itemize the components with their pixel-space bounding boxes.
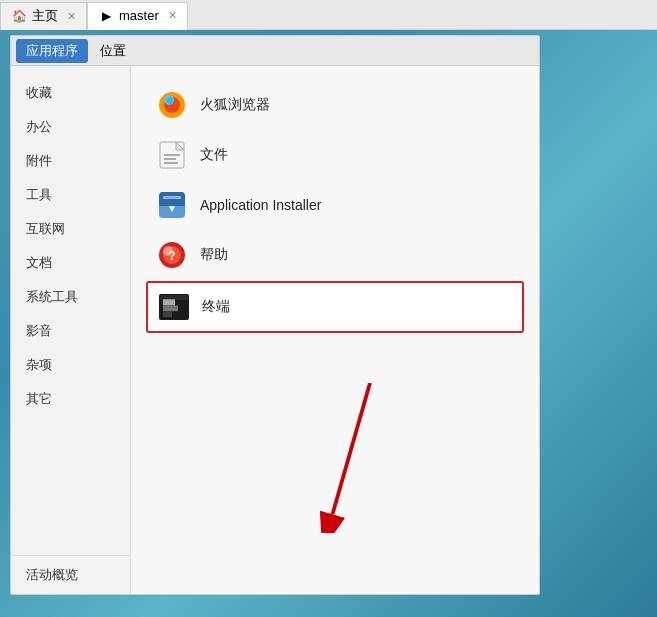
sidebar-item-favorites[interactable]: 收藏 bbox=[11, 76, 130, 110]
app-item-installer[interactable]: ▼ Application Installer bbox=[146, 181, 524, 229]
svg-point-3 bbox=[167, 98, 173, 104]
tab-master-close[interactable]: ✕ bbox=[168, 9, 177, 22]
sidebar-item-other[interactable]: 其它 bbox=[11, 382, 130, 416]
sidebar-item-system[interactable]: 系统工具 bbox=[11, 280, 130, 314]
svg-rect-13 bbox=[163, 196, 181, 199]
sidebar-item-misc[interactable]: 杂项 bbox=[11, 348, 130, 382]
app-label-firefox: 火狐浏览器 bbox=[200, 96, 270, 114]
desktop: 🏠 主页 ✕ ▶ master ✕ 应用程序 位置 收藏 bbox=[0, 0, 657, 617]
svg-text:?: ? bbox=[168, 249, 175, 263]
installer-icon: ▼ bbox=[156, 189, 188, 221]
tab-home[interactable]: 🏠 主页 ✕ bbox=[0, 2, 87, 30]
help-icon: ? bbox=[156, 239, 188, 271]
app-item-help[interactable]: ? 帮助 bbox=[146, 231, 524, 279]
firefox-icon bbox=[156, 89, 188, 121]
svg-text:▼: ▼ bbox=[167, 203, 177, 214]
sidebar-item-internet[interactable]: 互联网 bbox=[11, 212, 130, 246]
tab-home-label: 主页 bbox=[32, 7, 58, 25]
file-manager-icon bbox=[156, 139, 188, 171]
app-label-terminal: 终端 bbox=[202, 298, 230, 316]
app-label-files: 文件 bbox=[200, 146, 228, 164]
svg-text:▒▒▒: ▒▒▒ bbox=[163, 311, 173, 318]
terminal-icon: ████ ▓▓▓▓▓ ▒▒▒ bbox=[158, 291, 190, 323]
sidebar-item-accessories[interactable]: 附件 bbox=[11, 144, 130, 178]
sidebar: 收藏 办公 附件 工具 互联网 文档 系统工具 bbox=[11, 66, 131, 594]
sidebar-item-tools[interactable]: 工具 bbox=[11, 178, 130, 212]
menu-bar-location-label: 位置 bbox=[100, 43, 126, 58]
sidebar-item-video[interactable]: 影音 bbox=[11, 314, 130, 348]
content-area: 收藏 办公 附件 工具 互联网 文档 系统工具 bbox=[11, 66, 539, 594]
menu-bar-location[interactable]: 位置 bbox=[90, 39, 136, 63]
svg-rect-6 bbox=[164, 154, 180, 156]
app-label-installer: Application Installer bbox=[200, 197, 321, 213]
app-list: 火狐浏览器 文件 bbox=[131, 66, 539, 594]
svg-rect-7 bbox=[164, 158, 176, 160]
menu-bar-apps-label: 应用程序 bbox=[26, 43, 78, 58]
tab-master[interactable]: ▶ master ✕ bbox=[87, 2, 188, 30]
home-icon: 🏠 bbox=[11, 8, 27, 24]
menu-bar: 应用程序 位置 bbox=[11, 36, 539, 66]
taskbar: 🏠 主页 ✕ ▶ master ✕ bbox=[0, 0, 657, 30]
app-item-terminal[interactable]: ████ ▓▓▓▓▓ ▒▒▒ 终端 bbox=[146, 281, 524, 333]
sidebar-item-docs[interactable]: 文档 bbox=[11, 246, 130, 280]
svg-rect-8 bbox=[164, 162, 178, 164]
tab-home-close[interactable]: ✕ bbox=[67, 10, 76, 23]
master-icon: ▶ bbox=[98, 8, 114, 24]
sidebar-item-office[interactable]: 办公 bbox=[11, 110, 130, 144]
menu-bar-apps[interactable]: 应用程序 bbox=[16, 39, 88, 63]
app-item-files[interactable]: 文件 bbox=[146, 131, 524, 179]
menu-window: 应用程序 位置 收藏 办公 附件 工具 bbox=[10, 35, 540, 595]
app-item-firefox[interactable]: 火狐浏览器 bbox=[146, 81, 524, 129]
app-label-help: 帮助 bbox=[200, 246, 228, 264]
sidebar-bottom-overview[interactable]: 活动概览 bbox=[11, 555, 130, 594]
tab-master-label: master bbox=[119, 8, 159, 23]
